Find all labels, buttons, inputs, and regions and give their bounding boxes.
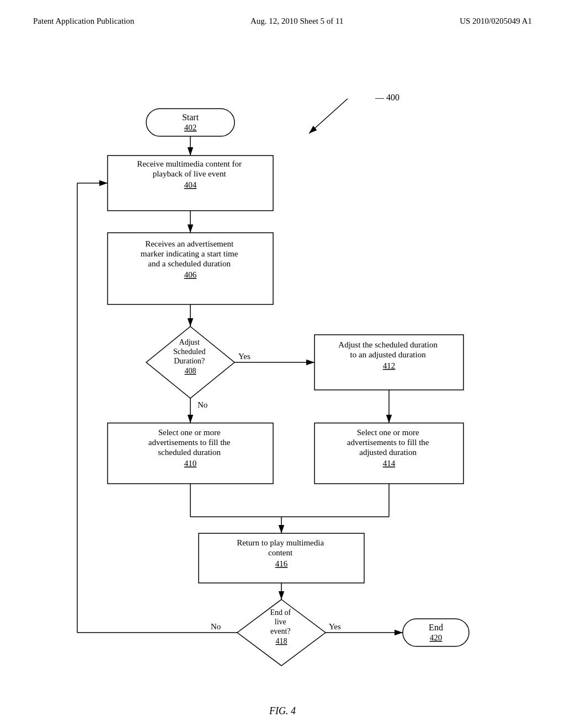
yes-label-418: Yes [329, 622, 341, 631]
svg-text:Select one or more
      adver: Select one or more advertisements to fil… [347, 428, 431, 468]
svg-line-1 [309, 99, 348, 133]
svg-text:Start: Start [182, 113, 199, 122]
yes-label-408: Yes [238, 352, 250, 361]
flowchart-svg: — 400 Start 402 Receive multimedia conte… [0, 37, 565, 688]
svg-text:402: 402 [184, 123, 197, 132]
svg-text:Receive multimedia content for: Receive multimedia content for playback … [137, 159, 243, 189]
svg-text:Return to play multimedia
    : Return to play multimedia content 416 [237, 538, 326, 568]
diagram-label: — 400 [375, 93, 399, 102]
svg-text:End of
      live
      event?: End of live event? 418 [270, 608, 292, 645]
svg-text:End: End [429, 623, 443, 632]
svg-text:Adjust
      Scheduled
      D: Adjust Scheduled Duration? 408 [173, 338, 207, 375]
header-left: Patent Application Publication [33, 17, 134, 26]
no-label-418: No [211, 622, 221, 631]
header-center: Aug. 12, 2010 Sheet 5 of 11 [250, 17, 344, 26]
svg-text:Select one or more
      adver: Select one or more advertisements to fil… [148, 428, 232, 468]
figure-label: FIG. 4 [269, 705, 296, 717]
no-label-408: No [198, 400, 207, 409]
diagram-area: — 400 Start 402 Receive multimedia conte… [0, 37, 565, 688]
svg-text:Adjust the scheduled duration
: Adjust the scheduled duration to an adju… [338, 340, 439, 370]
header-right: US 2010/0205049 A1 [460, 17, 532, 26]
page-header: Patent Application Publication Aug. 12, … [0, 0, 565, 31]
svg-text:Receives an advertisement
    : Receives an advertisement marker indicat… [141, 239, 240, 279]
svg-text:420: 420 [430, 633, 443, 642]
